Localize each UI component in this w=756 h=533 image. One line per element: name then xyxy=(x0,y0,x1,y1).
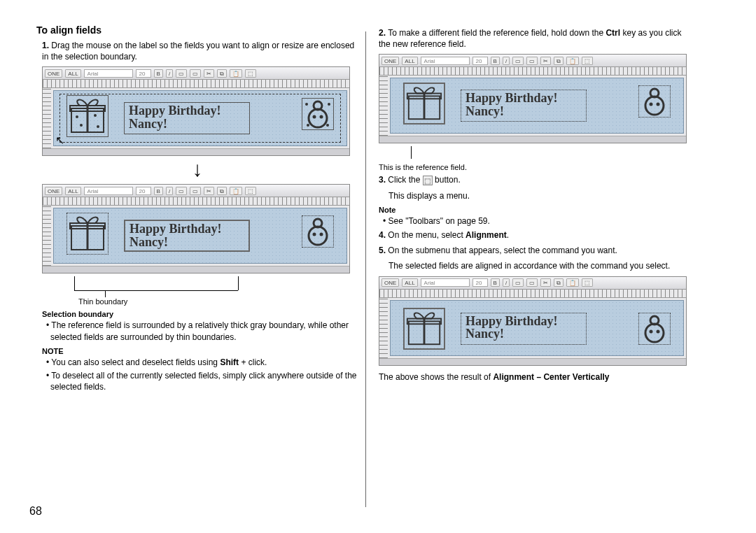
toolbar-icon: ▭ xyxy=(176,69,187,78)
bold-icon: B xyxy=(154,187,163,195)
happy-birthday-text-line2: Nancy! xyxy=(130,236,244,249)
step-2-pre: To make a different field the reference … xyxy=(388,28,606,38)
align-menu-button-icon: ⬚ xyxy=(423,176,433,185)
editor-toolbar: ONE ALL Arial 20 B / ▭ ▭ ✂ ⧉ 📋 ⬚ xyxy=(379,277,686,290)
toolbar-one-button: ONE xyxy=(45,187,62,195)
left-column: To align fields 1. Drag the mouse on the… xyxy=(29,24,365,507)
result-pre: The above shows the result of xyxy=(379,372,493,382)
section-title: To align fields xyxy=(36,24,358,36)
toolbar-size-field: 20 xyxy=(472,278,488,287)
toolbar-icon: ▭ xyxy=(190,69,201,78)
label-canvas: Happy Birthday! Nancy! xyxy=(53,208,347,264)
text-field-selected: Happy Birthday! Nancy! xyxy=(461,313,587,345)
copy-icon: ⧉ xyxy=(217,69,227,78)
toolbar-size-field: 20 xyxy=(136,69,151,78)
toolbar-all-button: ALL xyxy=(65,187,80,195)
step-4: 4. On the menu, select Alignment. xyxy=(379,229,695,241)
bold-icon: B xyxy=(491,57,500,65)
paste-icon: 📋 xyxy=(230,69,242,78)
toolbar-all-button: ALL xyxy=(402,278,417,287)
svg-point-35 xyxy=(657,329,660,333)
toolbar-size-field: 20 xyxy=(472,57,488,65)
toolbar-one-button: ONE xyxy=(45,69,62,78)
cut-icon: ✂ xyxy=(540,278,551,287)
step-5-text-a: On the submenu that appears, select the … xyxy=(388,246,617,255)
toolbar-font-field: Arial xyxy=(84,69,133,78)
step-3-pre: Click the xyxy=(388,175,422,185)
vertical-ruler xyxy=(379,76,388,136)
face-field-selected xyxy=(638,313,671,345)
gift-icon xyxy=(67,213,108,254)
step-3-line2: This displays a menu. xyxy=(388,190,695,201)
gift-icon xyxy=(405,309,444,348)
step-3-post: button. xyxy=(435,175,461,185)
step-4-pre: On the menu, select xyxy=(388,230,465,240)
toolbar-font-field: Arial xyxy=(421,278,470,287)
cursor-icon: ↖ xyxy=(55,134,64,147)
paste-icon: 📋 xyxy=(230,187,242,195)
vertical-ruler xyxy=(379,298,388,358)
gift-field-reference xyxy=(403,308,445,350)
toolbar-all-button: ALL xyxy=(65,69,80,78)
align-icon: ⬚ xyxy=(245,69,256,78)
italic-icon: / xyxy=(166,69,173,78)
happy-birthday-text-line1: Happy Birthday! xyxy=(465,315,582,328)
step-1: 1. Drag the mouse on the label so the fi… xyxy=(42,40,358,62)
text-field-selected: Happy Birthday! Nancy! xyxy=(461,90,587,122)
toolbar-font-field: Arial xyxy=(421,57,470,65)
italic-icon: / xyxy=(503,278,510,287)
bold-icon: B xyxy=(491,278,500,287)
svg-point-32 xyxy=(645,324,664,342)
editor-screenshot-1: ONE ALL Arial 20 B / ▭ ▭ ✂ ⧉ 📋 ⬚ xyxy=(42,66,350,156)
editor-screenshot-4: ONE ALL Arial 20 B / ▭ ▭ ✂ ⧉ 📋 ⬚ xyxy=(379,276,687,366)
selection-boundary-bullet: The reference field is surrounded by a r… xyxy=(46,320,358,342)
italic-icon: / xyxy=(503,57,510,65)
horizontal-scrollbar xyxy=(379,136,686,143)
note-b1-bold: Shift xyxy=(220,357,239,367)
align-icon: ⬚ xyxy=(582,278,593,287)
note-right-bullet: See "Toolbars" on page 59. xyxy=(383,215,695,227)
toolbar-icon: ▭ xyxy=(526,57,538,65)
vertical-ruler xyxy=(43,88,51,148)
note-bullet-1: You can also select and deselect fields … xyxy=(46,357,358,368)
svg-point-34 xyxy=(650,329,653,333)
italic-icon: / xyxy=(166,187,173,195)
toolbar-size-field: 20 xyxy=(136,187,151,195)
callout-lines xyxy=(42,276,358,294)
happy-birthday-text-line2: Nancy! xyxy=(465,105,582,118)
step-2-num: 2. xyxy=(379,28,386,38)
svg-point-25 xyxy=(645,97,664,115)
step-4-bold: Alignment xyxy=(465,230,507,240)
face-icon xyxy=(302,216,333,247)
svg-point-18 xyxy=(309,227,327,245)
face-field-selected xyxy=(638,85,671,118)
note-heading-right: Note xyxy=(379,206,695,214)
toolbar-one-button: ONE xyxy=(382,278,399,287)
step-4-post: . xyxy=(507,230,509,240)
svg-point-20 xyxy=(313,233,316,236)
label-canvas: Happy Birthday! Nancy! xyxy=(390,300,684,356)
selection-boundary xyxy=(59,94,341,143)
toolbar-icon: ▭ xyxy=(526,278,538,287)
copy-icon: ⧉ xyxy=(554,57,564,65)
result-caption: The above shows the result of Alignment … xyxy=(379,371,695,383)
step-3: 3. Click the ⬚ button. xyxy=(379,174,695,185)
gift-icon xyxy=(405,84,444,123)
align-icon: ⬚ xyxy=(582,57,593,65)
page-number: 68 xyxy=(29,505,42,518)
svg-point-21 xyxy=(320,233,323,236)
face-icon xyxy=(639,313,670,344)
svg-point-27 xyxy=(650,103,653,106)
horizontal-ruler xyxy=(379,67,686,76)
step-1-num: 1. xyxy=(42,41,49,50)
text-field-reference: Happy Birthday! Nancy! xyxy=(124,220,250,252)
bold-icon: B xyxy=(154,69,163,78)
toolbar-icon: ▭ xyxy=(190,187,201,195)
note-b1-post: + click. xyxy=(239,357,267,367)
horizontal-ruler xyxy=(43,197,349,206)
toolbar-one-button: ONE xyxy=(382,57,399,65)
gift-field-selected xyxy=(66,213,108,255)
editor-screenshot-3: ONE ALL Arial 20 B / ▭ ▭ ✂ ⧉ 📋 ⬚ xyxy=(379,54,687,143)
copy-icon: ⧉ xyxy=(554,278,564,287)
toolbar-icon: ▭ xyxy=(512,278,524,287)
